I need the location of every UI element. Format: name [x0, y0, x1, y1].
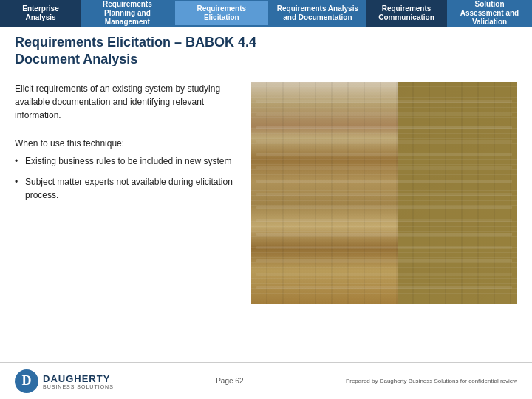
logo-icon: D	[15, 369, 38, 393]
nav-item-enterprise[interactable]: Enterprise Analysis	[0, 0, 81, 27]
content-area: Elicit requirements of an existing syste…	[0, 75, 532, 341]
bullet-list: Existing business rules to be included i…	[15, 154, 236, 202]
list-item: Existing business rules to be included i…	[15, 154, 236, 168]
footer-prepared-by: Prepared by Daugherty Business Solutions…	[346, 378, 517, 384]
nav-item-planning[interactable]: Requirements Planning and Management	[81, 0, 174, 27]
elicit-description: Elicit requirements of an existing syste…	[15, 82, 236, 122]
nav-item-elicitation[interactable]: Requirements Elicitation	[174, 0, 270, 27]
list-item: Subject matter experts not available dur…	[15, 175, 236, 202]
when-title: When to use this technique:	[15, 137, 236, 150]
left-text-column: Elicit requirements of an existing syste…	[15, 82, 236, 333]
papers-visual	[251, 82, 517, 304]
page-title: Requirements Elicitation – BABOK 4.4 Doc…	[0, 27, 532, 75]
nav-item-communication[interactable]: Requirements Communication	[366, 0, 447, 27]
company-logo: D DAUGHERTY BUSINESS SOLUTIONS	[15, 369, 114, 393]
logo-name: DAUGHERTY	[43, 373, 114, 384]
footer: D DAUGHERTY BUSINESS SOLUTIONS Page 62 P…	[0, 362, 532, 399]
logo-subtitle: BUSINESS SOLUTIONS	[43, 384, 114, 389]
page-number: Page 62	[114, 377, 346, 385]
nav-item-analysis-doc[interactable]: Requirements Analysis and Documentation	[270, 0, 366, 27]
nav-item-solution[interactable]: Solution Assessment and Validation	[447, 0, 532, 27]
document-image	[251, 82, 517, 304]
navigation-bar: Enterprise Analysis Requirements Plannin…	[0, 0, 532, 27]
